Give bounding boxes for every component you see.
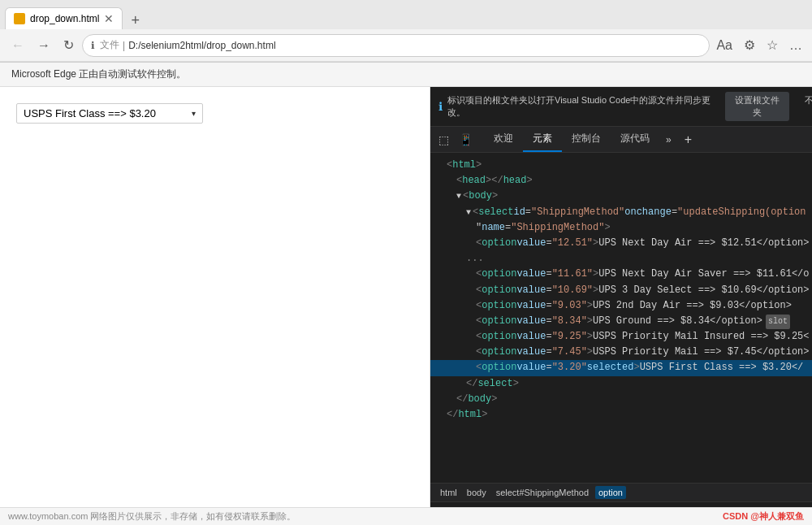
automation-text: Microsoft Edge 正由自动测试软件控制。 bbox=[11, 68, 186, 80]
code-line-opt1: <option value="12.51"> UPS Next Day Air … bbox=[430, 236, 812, 251]
active-tab[interactable]: drop_down.html ✕ bbox=[5, 7, 123, 29]
devtools-toolbar: ⬚ 📱 欢迎 元素 控制台 源代码 » + 1 bbox=[430, 127, 812, 153]
address-bar[interactable]: ℹ 文件 | D:/selenium2html/drop_down.html bbox=[82, 34, 710, 57]
code-line-select-name: " name="ShippingMethod"> bbox=[430, 220, 812, 236]
inspect-icon[interactable]: ⬚ bbox=[434, 130, 454, 150]
code-line-select-close: </select> bbox=[430, 376, 812, 392]
breadcrumb-select[interactable]: select#ShippingMethod bbox=[493, 486, 592, 499]
device-icon[interactable]: 📱 bbox=[454, 130, 477, 150]
tab-favicon bbox=[14, 13, 25, 24]
tab-welcome[interactable]: 欢迎 bbox=[484, 127, 523, 152]
back-button[interactable]: ← bbox=[6, 35, 29, 56]
read-aloud-button[interactable]: Aa bbox=[713, 35, 736, 56]
dismiss-button[interactable]: 不再显示 bbox=[794, 92, 812, 121]
code-line-html: <html> bbox=[430, 158, 812, 173]
protocol-label: 文件 bbox=[100, 38, 119, 52]
watermark-bar: www.toymoban.com 网络图片仅供展示，非存储，如有侵权请联系删除。… bbox=[0, 507, 812, 525]
code-line-body-close: </body> bbox=[430, 392, 812, 407]
breadcrumb-option[interactable]: option bbox=[595, 486, 626, 499]
tab-sources[interactable]: 源代码 bbox=[611, 127, 659, 152]
webpage-left: USPS First Class ==> $3.20 ▾ bbox=[0, 87, 430, 525]
info-text: 标识项目的根文件夹以打开Visual Studio Code中的源文件并同步更改… bbox=[447, 94, 717, 119]
navigation-bar: ← → ↻ ℹ 文件 | D:/selenium2html/drop_down.… bbox=[0, 29, 812, 62]
refresh-button[interactable]: ↻ bbox=[58, 34, 79, 56]
code-line-opt5: <option value="8.34"> UPS Ground ==> $8.… bbox=[430, 314, 812, 329]
security-icon: ℹ bbox=[91, 40, 95, 51]
code-line-opt8-selected: <option value="3.20" selected> USPS Firs… bbox=[430, 360, 812, 375]
slot-badge: slot bbox=[766, 315, 790, 329]
forward-button[interactable]: → bbox=[32, 35, 55, 56]
breadcrumb-html[interactable]: html bbox=[437, 486, 460, 499]
csdn-badge: CSDN @神人兼双鱼 bbox=[723, 510, 804, 523]
url-path: D:/selenium2html/drop_down.html bbox=[128, 40, 275, 51]
code-line-opt2: <option value="11.61"> UPS Next Day Air … bbox=[430, 267, 812, 282]
tab-console[interactable]: 控制台 bbox=[562, 127, 611, 152]
automation-banner: Microsoft Edge 正由自动测试软件控制。 bbox=[0, 63, 812, 87]
code-line-opt3: <option value="10.69"> UPS 3 Day Select … bbox=[430, 283, 812, 298]
dropdown-value: USPS First Class ==> $3.20 bbox=[24, 107, 156, 119]
tab-title: drop_down.html bbox=[30, 13, 99, 24]
settings-button[interactable]: ⚙ bbox=[741, 34, 758, 56]
add-panel-button[interactable]: + bbox=[678, 129, 698, 150]
devtools-breadcrumb: html body select#ShippingMethod option bbox=[430, 483, 812, 501]
breadcrumb-body[interactable]: body bbox=[464, 486, 490, 499]
more-button[interactable]: … bbox=[786, 35, 806, 56]
main-content: USPS First Class ==> $3.20 ▾ ℹ 标识项目的根文件夹… bbox=[0, 87, 812, 525]
favorites-button[interactable]: ☆ bbox=[763, 34, 781, 56]
devtools-panel: ℹ 标识项目的根文件夹以打开Visual Studio Code中的源文件并同步… bbox=[430, 87, 812, 525]
devtools-info-banner: ℹ 标识项目的根文件夹以打开Visual Studio Code中的源文件并同步… bbox=[430, 87, 812, 127]
code-line-opt4: <option value="9.03"> UPS 2nd Day Air ==… bbox=[430, 298, 812, 314]
shipping-method-dropdown[interactable]: USPS First Class ==> $3.20 ▾ bbox=[16, 103, 203, 124]
tab-bar: drop_down.html ✕ + bbox=[0, 0, 812, 29]
code-line-opt6: <option value="9.25"> USPS Priority Mail… bbox=[430, 329, 812, 345]
tab-close-button[interactable]: ✕ bbox=[104, 13, 114, 24]
code-line-head: <head></head> bbox=[430, 173, 812, 189]
dropdown-container: USPS First Class ==> $3.20 ▾ bbox=[16, 103, 413, 124]
set-root-folder-button[interactable]: 设置根文件夹 bbox=[725, 92, 789, 121]
dropdown-arrow-icon: ▾ bbox=[192, 109, 196, 118]
more-tabs-button[interactable]: » bbox=[659, 131, 678, 149]
devtools-icons: ⬚ 📱 bbox=[430, 130, 481, 150]
url-separator: | bbox=[123, 40, 125, 51]
watermark-text: www.toymoban.com 网络图片仅供展示，非存储，如有侵权请联系删除。 bbox=[8, 510, 296, 523]
nav-right-icons: Aa ⚙ ☆ … bbox=[713, 34, 806, 56]
info-icon: ℹ bbox=[438, 100, 443, 113]
new-tab-button[interactable]: + bbox=[126, 12, 145, 29]
code-line-body: ▼ <body> bbox=[430, 189, 812, 204]
devtools-code-content: <html> <head></head> ▼ <body> ▼ <select … bbox=[430, 153, 812, 483]
code-line-opt7: <option value="7.45"> USPS Priority Mail… bbox=[430, 345, 812, 360]
tab-elements[interactable]: 元素 bbox=[523, 127, 562, 152]
code-line-select-open: ▼ <select id="ShippingMethod" onchange="… bbox=[430, 205, 812, 220]
code-line-html-close: </html> bbox=[430, 407, 812, 423]
code-line-ellipsis: ... bbox=[430, 251, 812, 267]
